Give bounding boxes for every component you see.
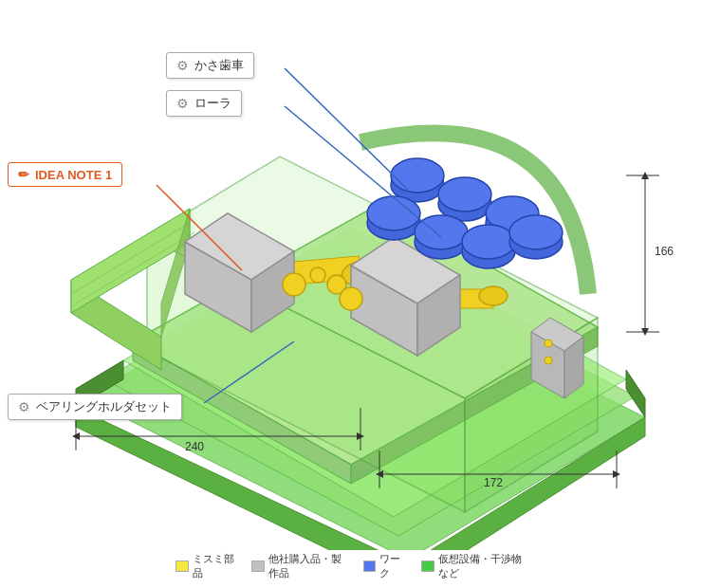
dimension-240: 240 (185, 440, 204, 453)
isometric-drawing (0, 0, 702, 550)
svg-point-47 (509, 215, 563, 249)
legend-misumi: ミスミ部品 (176, 552, 236, 580)
main-container: ⚙ かさ歯車 ⚙ ローラ ✏ IDEA NOTE 1 ⚙ ベアリングホルダセット… (0, 0, 702, 588)
svg-point-32 (545, 340, 552, 347)
idea-note-label[interactable]: ✏ IDEA NOTE 1 (8, 162, 122, 187)
legend-color-misumi (176, 560, 189, 572)
callout-bearing-label: ベアリングホルダセット (36, 398, 172, 415)
svg-point-49 (310, 267, 325, 283)
legend-virtual-label: 仮想設備・干渉物など (438, 552, 526, 580)
callout-roller-label: ローラ (194, 95, 231, 112)
legend-color-virtual (421, 560, 434, 572)
callout-bearing[interactable]: ⚙ ベアリングホルダセット (8, 394, 182, 420)
legend-other: 他社購入品・製作品 (251, 552, 348, 580)
svg-point-33 (545, 357, 552, 364)
callout-roller[interactable]: ⚙ ローラ (166, 90, 242, 117)
pencil-icon: ✏ (18, 167, 29, 182)
legend-work: ワーク (363, 552, 406, 580)
legend-other-label: 他社購入品・製作品 (268, 552, 348, 580)
svg-point-48 (283, 273, 305, 296)
svg-point-51 (340, 287, 362, 310)
dimension-166: 166 (655, 245, 674, 258)
legend-work-label: ワーク (379, 552, 406, 580)
gear-icon-roller: ⚙ (176, 96, 189, 111)
svg-point-35 (391, 158, 444, 193)
idea-note-text: IDEA NOTE 1 (35, 168, 112, 182)
svg-point-22 (479, 286, 508, 305)
legend-color-other (251, 560, 265, 572)
gear-icon-bevel: ⚙ (176, 58, 189, 73)
legend: ミスミ部品 他社購入品・製作品 ワーク 仮想設備・干渉物など (176, 552, 526, 580)
callout-bevel-gear-label: かさ歯車 (194, 57, 244, 74)
svg-point-43 (415, 215, 468, 249)
gear-icon-bearing: ⚙ (18, 399, 30, 414)
dimension-172: 172 (484, 476, 503, 489)
legend-color-work (363, 560, 377, 572)
svg-point-45 (462, 225, 515, 259)
legend-virtual: 仮想設備・干渉物など (421, 552, 526, 580)
svg-point-37 (438, 177, 491, 211)
callout-bevel-gear[interactable]: ⚙ かさ歯車 (166, 52, 254, 79)
legend-misumi-label: ミスミ部品 (193, 552, 236, 580)
